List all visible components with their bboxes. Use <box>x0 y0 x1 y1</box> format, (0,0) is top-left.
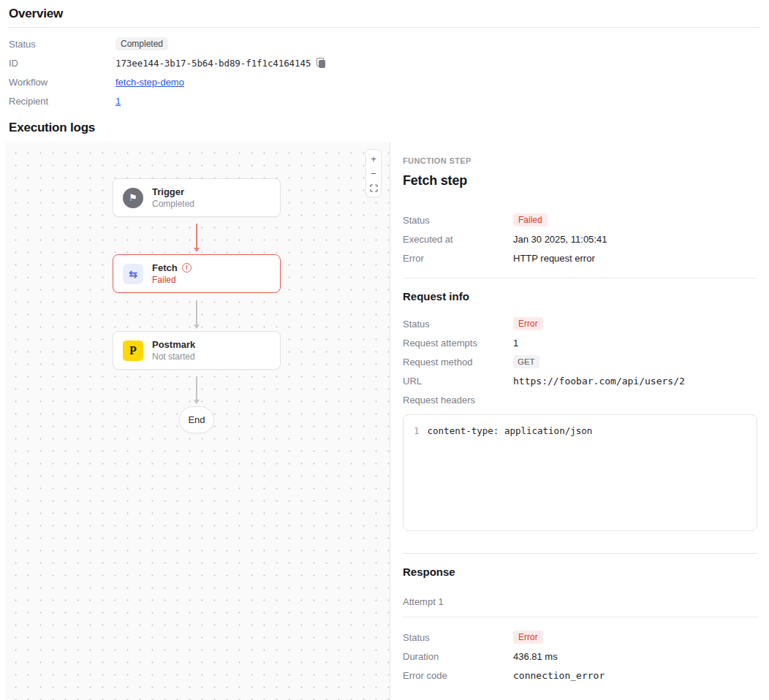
executed-at-label: Executed at <box>403 234 513 245</box>
workflow-canvas[interactable]: ⚑ Trigger Completed ⇆ Fetch <box>6 142 390 700</box>
swap-arrows-icon: ⇆ <box>123 264 143 284</box>
step-detail-panel: FUNCTION STEP Fetch step Status Failed E… <box>390 142 769 700</box>
edge-fetch-postmark <box>196 300 197 328</box>
overview-workflow-row: Workflow fetch-step-demo <box>9 72 760 91</box>
fit-view-button[interactable] <box>366 180 381 195</box>
fit-view-icon <box>370 184 378 192</box>
node-fetch[interactable]: ⇆ Fetch ! Failed <box>113 254 281 293</box>
code-line-content: content-type: application/json <box>428 425 593 521</box>
postmark-logo-icon: P <box>123 341 143 361</box>
request-headers-label: Request headers <box>403 395 513 406</box>
executed-at-row: Executed at Jan 30 2025, 11:05:41 <box>403 229 757 248</box>
node-fetch-status: Failed <box>152 275 192 285</box>
error-warning-icon: ! <box>182 263 192 273</box>
step-status-row: Status Failed <box>403 210 757 229</box>
node-fetch-title: Fetch <box>152 262 178 274</box>
copy-icon[interactable] <box>316 58 326 68</box>
duration-row: Duration 436.81 ms <box>403 647 757 666</box>
page-title: Overview <box>0 0 769 27</box>
request-status-row: Status Error <box>403 314 757 333</box>
request-method-badge: GET <box>513 355 539 368</box>
request-attempts-row: Request attempts 1 <box>403 333 757 352</box>
overview-divider <box>9 27 760 28</box>
request-url-label: URL <box>403 376 513 387</box>
recipient-label: Recipient <box>9 96 115 107</box>
request-url-value: https://foobar.com/api/users/2 <box>513 376 685 387</box>
response-title: Response <box>403 566 757 578</box>
error-code-row: Error code connection_error <box>403 666 757 685</box>
zoom-out-button[interactable]: − <box>366 166 381 180</box>
node-postmark-status: Not started <box>152 351 195 362</box>
recipient-link[interactable]: 1 <box>115 96 121 107</box>
error-code-value: connection_error <box>513 670 605 681</box>
step-title: Fetch step <box>403 173 757 189</box>
duration-label: Duration <box>403 651 513 662</box>
id-label: ID <box>9 58 115 69</box>
executed-at-value: Jan 30 2025, 11:05:41 <box>513 234 607 245</box>
execution-detail-page: Overview Status Completed ID 173ee144-3b… <box>0 0 769 700</box>
edge-postmark-end <box>196 376 197 403</box>
request-attempts-value: 1 <box>513 338 518 349</box>
node-postmark-title: Postmark <box>152 339 195 351</box>
execution-logs-title: Execution logs <box>9 121 769 135</box>
canvas-zoom-controls: + − <box>365 149 382 197</box>
workflow-label: Workflow <box>9 77 115 88</box>
overview-status-row: Status Completed <box>9 34 760 53</box>
request-status-label: Status <box>403 319 513 330</box>
node-trigger[interactable]: ⚑ Trigger Completed <box>113 178 281 217</box>
error-code-label: Error code <box>403 670 513 681</box>
duration-value: 436.81 ms <box>513 651 558 662</box>
execution-logs-body: ⚑ Trigger Completed ⇆ Fetch <box>0 142 769 700</box>
edge-trigger-fetch <box>196 224 197 251</box>
workflow-link[interactable]: fetch-step-demo <box>115 77 184 88</box>
request-url-row: URL https://foobar.com/api/users/2 <box>403 371 757 390</box>
overview-rows: Status Completed ID 173ee144-3b17-5b64-b… <box>0 34 769 110</box>
request-method-row: Request method GET <box>403 352 757 371</box>
node-trigger-status: Completed <box>152 199 194 209</box>
response-divider <box>403 553 757 554</box>
code-line-number: 1 <box>414 425 420 521</box>
overview-id-row: ID 173ee144-3b17-5b64-bd89-f1f1c4164145 <box>9 53 760 72</box>
request-info-title: Request info <box>403 290 757 303</box>
step-error-value: HTTP request error <box>513 253 595 264</box>
node-trigger-title: Trigger <box>152 186 184 198</box>
response-status-badge: Error <box>513 631 543 644</box>
request-headers-row: Request headers <box>403 390 757 409</box>
node-postmark[interactable]: P Postmark Not started <box>113 331 281 370</box>
status-badge: Completed <box>115 37 168 50</box>
execution-id: 173ee144-3b17-5b64-bd89-f1f1c4164145 <box>115 58 311 69</box>
request-status-badge: Error <box>513 317 543 330</box>
end-node: End <box>179 406 214 433</box>
request-method-label: Request method <box>403 357 513 368</box>
step-type-kicker: FUNCTION STEP <box>403 156 757 165</box>
overview-recipient-row: Recipient 1 <box>9 91 760 110</box>
step-status-badge: Failed <box>513 213 548 227</box>
request-info-divider <box>403 278 757 278</box>
step-error-label: Error <box>403 253 513 264</box>
status-label: Status <box>9 39 115 50</box>
response-status-row: Status Error <box>403 628 757 647</box>
response-status-label: Status <box>403 632 513 643</box>
request-attempts-label: Request attempts <box>403 338 513 349</box>
step-status-label: Status <box>403 215 513 226</box>
attempt-label: Attempt 1 <box>403 596 757 617</box>
step-error-row: Error HTTP request error <box>403 248 757 267</box>
zoom-in-button[interactable]: + <box>366 151 381 166</box>
request-headers-code-block: 1 content-type: application/json <box>403 414 757 531</box>
flag-icon: ⚑ <box>123 188 143 208</box>
